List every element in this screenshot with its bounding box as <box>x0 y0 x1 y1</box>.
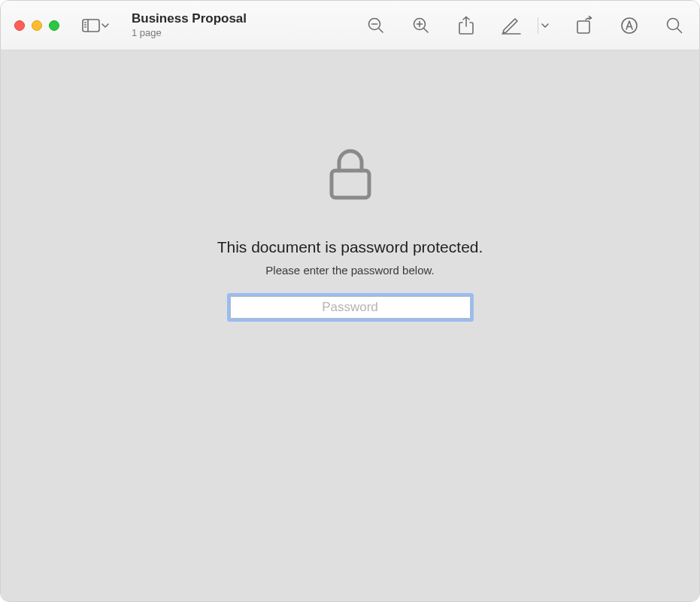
zoom-out-icon <box>367 17 385 35</box>
svg-rect-0 <box>83 20 99 32</box>
zoom-in-button[interactable] <box>410 14 432 37</box>
search-icon <box>665 17 683 35</box>
rotate-icon <box>575 16 593 35</box>
chevron-down-icon <box>541 23 549 29</box>
rotate-button[interactable] <box>573 14 595 37</box>
password-input[interactable] <box>230 296 471 319</box>
document-subtitle: 1 page <box>132 27 247 39</box>
app-window: Business Proposal 1 page <box>0 0 700 602</box>
svg-rect-19 <box>332 171 369 198</box>
password-subheading: Please enter the password below. <box>265 264 434 277</box>
svg-line-9 <box>424 28 428 32</box>
window-controls <box>14 20 59 31</box>
svg-point-15 <box>622 18 637 33</box>
title-block: Business Proposal 1 page <box>132 11 247 39</box>
close-button[interactable] <box>14 20 25 31</box>
zoom-in-icon <box>412 17 430 35</box>
zoom-out-button[interactable] <box>365 14 387 37</box>
password-heading: This document is password protected. <box>217 238 483 256</box>
toolbar-separator <box>538 17 538 34</box>
toolbar <box>365 14 686 37</box>
sidebar-icon <box>82 19 100 32</box>
share-button[interactable] <box>455 14 477 37</box>
share-icon <box>458 16 474 35</box>
lock-icon <box>329 148 372 201</box>
markup-button[interactable] <box>500 14 523 37</box>
markup-menu-button[interactable] <box>540 23 550 29</box>
highlight-button[interactable] <box>618 14 641 37</box>
svg-rect-14 <box>577 21 589 33</box>
chevron-down-icon <box>102 23 109 29</box>
minimize-button[interactable] <box>32 20 42 31</box>
document-title: Business Proposal <box>132 11 247 26</box>
titlebar: Business Proposal 1 page <box>1 1 699 50</box>
sidebar-toggle-button[interactable] <box>77 16 114 35</box>
svg-line-6 <box>379 28 383 32</box>
maximize-button[interactable] <box>49 20 59 31</box>
content-area: This document is password protected. Ple… <box>1 50 699 601</box>
highlight-icon <box>620 17 638 35</box>
pencil-icon <box>502 17 521 35</box>
search-button[interactable] <box>663 14 686 37</box>
svg-line-18 <box>677 28 682 32</box>
